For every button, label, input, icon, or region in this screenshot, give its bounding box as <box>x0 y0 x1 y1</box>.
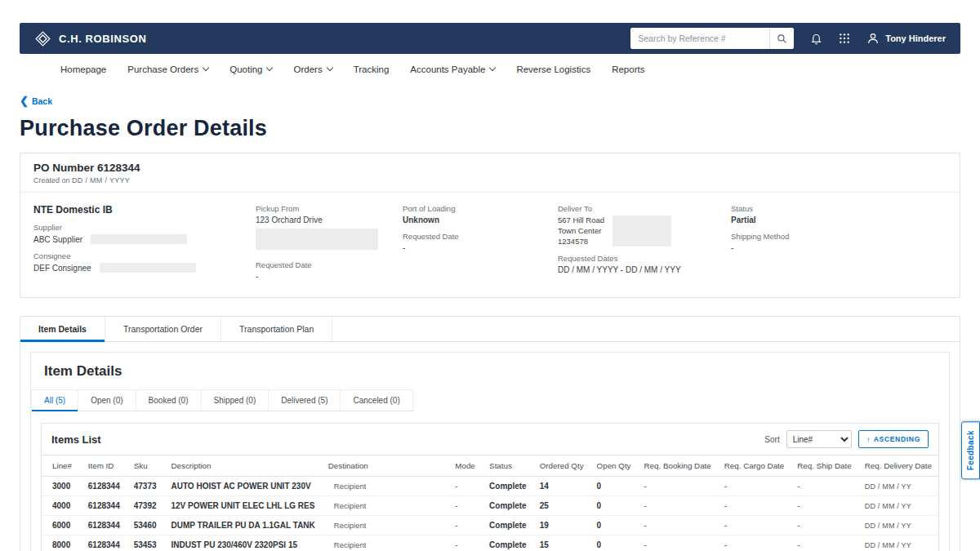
back-chevron-icon: ❮ <box>20 97 29 105</box>
items-table-body: 3000612834447373AUTO HOIST AC POWER UNIT… <box>42 477 938 551</box>
pickup-from-label: Pickup From <box>256 204 403 213</box>
cell-destination: Recipient <box>322 516 448 535</box>
shipping-method-value: - <box>731 243 947 252</box>
item-details-panel: Item Details All (5)Open (0)Booked (0)Sh… <box>30 352 950 551</box>
table-row[interactable]: 3000612834447373AUTO HOIST AC POWER UNIT… <box>42 477 938 496</box>
cell-description: 12V POWER UNIT ELEC LHL LG RES <box>164 496 321 516</box>
items-table: Line#Item IDSkuDescriptionDestinationMod… <box>42 455 938 551</box>
nav-item-reports[interactable]: Reports <box>612 64 644 74</box>
redacted-block <box>612 216 671 247</box>
nav-item-tracking[interactable]: Tracking <box>354 64 390 74</box>
feedback-button[interactable]: Feedback <box>961 421 980 479</box>
user-menu[interactable]: Tony Hinderer <box>866 32 946 45</box>
cell-destination: Recipient <box>322 535 448 551</box>
cell-open-qty: 0 <box>590 496 638 516</box>
subtab-delivered-5[interactable]: Delivered (5) <box>268 389 340 411</box>
nav-item-label: Accounts Payable <box>410 64 485 74</box>
cell-ordered-qty: 14 <box>533 477 590 496</box>
requested-dates-value: DD / MM / YYYY - DD / MM / YYY <box>558 265 731 274</box>
cell-req-booking-date: - <box>638 477 718 496</box>
status-filter-tabs: All (5)Open (0)Booked (0)Shipped (0)Deli… <box>31 389 413 411</box>
nav-item-accounts-payable[interactable]: Accounts Payable <box>410 64 495 74</box>
search-box <box>630 28 794 49</box>
port-requested-date-value: - <box>403 243 558 252</box>
cell-description: AUTO HOIST AC POWER UNIT 230V <box>164 477 321 496</box>
nav-item-orders[interactable]: Orders <box>293 64 332 74</box>
nav-item-homepage[interactable]: Homepage <box>60 64 106 74</box>
cell-req-cargo-date: - <box>718 496 791 516</box>
cell-req-ship-date: - <box>791 516 858 535</box>
search-input[interactable] <box>630 28 769 49</box>
column-header-open-qty: Open Qty <box>590 455 638 477</box>
notifications-bell-icon[interactable] <box>810 33 822 45</box>
deliver-address-line-3: 1234578 <box>558 237 604 247</box>
nav-item-label: Reports <box>612 64 644 74</box>
po-number: PO Number 6128344 <box>33 162 947 174</box>
search-icon[interactable] <box>769 28 794 49</box>
column-header-status: Status <box>483 455 533 477</box>
table-row[interactable]: 6000612834453460DUMP TRAILER PU DA 1.1GA… <box>42 516 938 535</box>
sort-select[interactable]: Line# <box>786 430 852 448</box>
redacted-block <box>100 263 196 273</box>
cell-open-qty: 0 <box>590 535 638 551</box>
deliver-to-label: Deliver To <box>558 204 731 213</box>
tab-item-details[interactable]: Item Details <box>20 317 105 341</box>
shipping-method-label: Shipping Method <box>731 232 947 241</box>
brand-logo[interactable]: C.H. ROBINSON <box>34 30 146 47</box>
chevron-down-icon <box>203 64 209 71</box>
subtab-canceled-0[interactable]: Canceled (0) <box>340 389 412 411</box>
tab-transportation-order[interactable]: Transportation Order <box>105 317 221 341</box>
cell-req-booking-date: - <box>638 516 718 535</box>
nav-item-quoting[interactable]: Quoting <box>229 64 272 74</box>
cell-req-cargo-date: - <box>718 477 791 496</box>
deliver-address-line-1: 567 Hill Road <box>558 216 604 226</box>
cell-destination: Recipient <box>322 496 448 516</box>
subtab-open-0[interactable]: Open (0) <box>78 389 135 411</box>
subtab-all-5[interactable]: All (5) <box>31 389 78 411</box>
table-row[interactable]: 400061283444739212V POWER UNIT ELEC LHL … <box>42 496 938 516</box>
created-on-label: Created on <box>33 176 70 184</box>
chevron-down-icon <box>326 64 332 71</box>
tab-transportation-plan[interactable]: Transportation Plan <box>221 317 332 341</box>
column-header-req-cargo-date: Req. Cargo Date <box>718 455 791 477</box>
cell-line: 8000 <box>42 535 82 551</box>
page-title: Purchase Order Details <box>20 116 960 141</box>
cell-destination: Recipient <box>322 477 448 496</box>
nav-item-label: Quoting <box>229 64 262 74</box>
nav-item-label: Orders <box>293 64 322 74</box>
sort-controls: Sort Line# ↑ ASCENDING <box>764 430 929 448</box>
cell-description: DUMP TRAILER PU DA 1.1GAL TANK <box>164 516 321 535</box>
back-link[interactable]: ❮ Back <box>20 96 52 106</box>
cell-open-qty: 0 <box>590 516 638 535</box>
items-list-title: Items List <box>51 433 101 446</box>
nav-item-purchase-orders[interactable]: Purchase Orders <box>127 64 208 74</box>
redacted-block <box>256 229 378 250</box>
cell-req-ship-date: - <box>791 535 858 551</box>
cell-sku: 53453 <box>127 535 165 551</box>
cell-description: INDUST PU 230/460V 2320PSI 15 <box>164 535 321 551</box>
cell-mode: - <box>448 535 483 551</box>
nav-item-label: Reverse Logistics <box>516 64 590 74</box>
items-list-panel: Items List Sort Line# ↑ ASCENDING Line#I… <box>41 423 939 551</box>
cell-sku: 47373 <box>127 477 165 496</box>
cell-ordered-qty: 25 <box>533 496 590 516</box>
cell-sku: 47392 <box>127 496 165 516</box>
user-avatar-icon <box>866 32 880 45</box>
cell-item-id: 6128344 <box>82 496 127 516</box>
table-row[interactable]: 8000612834453453INDUST PU 230/460V 2320P… <box>42 535 938 551</box>
cell-item-id: 6128344 <box>82 516 127 535</box>
cell-req-delivery-date: DD / MM / YY <box>858 477 938 496</box>
cell-status: Complete <box>483 535 533 551</box>
cell-mode: - <box>448 516 483 535</box>
port-of-loading-value: Unknown <box>403 216 558 224</box>
subtab-booked-0[interactable]: Booked (0) <box>136 389 201 411</box>
cell-req-delivery-date: DD / MM / YY <box>858 535 938 551</box>
cell-req-cargo-date: - <box>718 535 791 551</box>
sort-direction-button[interactable]: ↑ ASCENDING <box>858 430 929 448</box>
apps-grid-icon[interactable] <box>839 33 850 44</box>
subtab-shipped-0[interactable]: Shipped (0) <box>201 389 269 411</box>
sort-direction-label: ASCENDING <box>874 435 920 443</box>
column-header-req-booking-date: Req. Booking Date <box>638 455 718 477</box>
nav-item-reverse-logistics[interactable]: Reverse Logistics <box>516 64 590 74</box>
supplier-label: Supplier <box>33 223 256 232</box>
